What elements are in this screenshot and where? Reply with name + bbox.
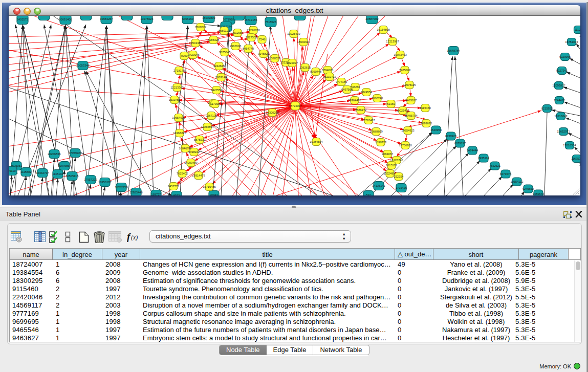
svg-text:1733426: 1733426 bbox=[396, 186, 407, 189]
svg-text:20587082: 20587082 bbox=[365, 17, 378, 20]
svg-text:8186328: 8186328 bbox=[208, 38, 219, 41]
svg-text:537: 537 bbox=[366, 193, 371, 195]
svg-text:7663822: 7663822 bbox=[195, 26, 206, 29]
svg-text:9227341: 9227341 bbox=[556, 69, 568, 72]
svg-text:1588520: 1588520 bbox=[269, 57, 280, 60]
svg-text:10975857: 10975857 bbox=[58, 164, 71, 167]
svg-text:19384554: 19384554 bbox=[310, 140, 322, 143]
svg-text:13276024: 13276024 bbox=[140, 17, 153, 20]
svg-text:9329966: 9329966 bbox=[559, 55, 571, 58]
svg-text:9115460: 9115460 bbox=[420, 106, 431, 110]
svg-text:8454749: 8454749 bbox=[243, 47, 254, 50]
svg-text:16210722: 16210722 bbox=[323, 75, 336, 78]
svg-text:9427552: 9427552 bbox=[211, 89, 222, 92]
svg-text:19654923: 19654923 bbox=[401, 129, 414, 132]
svg-text:1640954: 1640954 bbox=[430, 128, 442, 132]
svg-text:8471676: 8471676 bbox=[500, 172, 511, 176]
svg-text:7546: 7546 bbox=[259, 38, 266, 41]
svg-text:18300295: 18300295 bbox=[266, 111, 278, 114]
svg-text:10654112: 10654112 bbox=[511, 180, 524, 183]
svg-text:12975115: 12975115 bbox=[403, 83, 416, 86]
svg-text:3267130: 3267130 bbox=[206, 114, 217, 117]
svg-text:117008: 117008 bbox=[210, 102, 220, 105]
svg-text:12213363: 12213363 bbox=[170, 86, 183, 89]
svg-text:7485063: 7485063 bbox=[399, 69, 410, 72]
svg-text:9990448: 9990448 bbox=[310, 70, 321, 73]
svg-text:8972: 8972 bbox=[173, 194, 180, 195]
svg-text:18724007: 18724007 bbox=[289, 104, 301, 107]
svg-text:9146821: 9146821 bbox=[258, 52, 269, 55]
svg-text:20206536: 20206536 bbox=[48, 152, 60, 156]
svg-text:12213967: 12213967 bbox=[386, 40, 399, 43]
svg-text:16782759: 16782759 bbox=[115, 186, 127, 189]
svg-text:9450672: 9450672 bbox=[533, 192, 544, 195]
svg-text:1610755: 1610755 bbox=[169, 98, 180, 101]
svg-text:16033809: 16033809 bbox=[202, 16, 215, 19]
svg-text:1167533: 1167533 bbox=[571, 157, 580, 160]
svg-text:17016504: 17016504 bbox=[563, 144, 576, 147]
svg-text:16154808: 16154808 bbox=[377, 28, 389, 31]
svg-text:2803144: 2803144 bbox=[215, 76, 227, 79]
svg-text:14136141: 14136141 bbox=[372, 184, 385, 187]
svg-text:5878332: 5878332 bbox=[194, 138, 205, 141]
svg-text:39119: 39119 bbox=[9, 169, 16, 172]
svg-text:20691406: 20691406 bbox=[59, 18, 72, 21]
svg-text:9699695: 9699695 bbox=[421, 122, 432, 125]
svg-text:252254: 252254 bbox=[394, 175, 404, 178]
svg-text:9242845: 9242845 bbox=[213, 64, 225, 68]
svg-text:20364436: 20364436 bbox=[348, 99, 361, 102]
svg-text:6794028: 6794028 bbox=[322, 69, 333, 72]
svg-text:16914479: 16914479 bbox=[192, 174, 205, 177]
svg-text:10025433: 10025433 bbox=[396, 109, 409, 112]
svg-text:f: f bbox=[127, 231, 131, 242]
svg-text:1080748: 1080748 bbox=[372, 97, 383, 100]
svg-text:6466160: 6466160 bbox=[182, 17, 193, 20]
svg-text:15751074: 15751074 bbox=[565, 40, 578, 43]
svg-text:10543382: 10543382 bbox=[189, 41, 202, 45]
svg-text:7886372: 7886372 bbox=[355, 108, 366, 112]
svg-text:14099489: 14099489 bbox=[184, 161, 197, 164]
svg-text:12923446: 12923446 bbox=[129, 191, 142, 194]
svg-text:2718170: 2718170 bbox=[173, 69, 185, 72]
svg-text:20943: 20943 bbox=[210, 193, 218, 195]
svg-text:19756928: 19756928 bbox=[399, 144, 411, 147]
svg-text:3824554: 3824554 bbox=[361, 91, 372, 94]
svg-text:11353594: 11353594 bbox=[201, 125, 214, 128]
svg-text:7515526: 7515526 bbox=[265, 20, 276, 24]
svg-text:(x): (x) bbox=[131, 234, 138, 241]
svg-text:1115682: 1115682 bbox=[20, 170, 31, 173]
svg-text:13325419: 13325419 bbox=[287, 32, 300, 35]
svg-text:3912954: 3912954 bbox=[232, 31, 243, 34]
svg-text:11123: 11123 bbox=[575, 28, 580, 31]
svg-text:9390: 9390 bbox=[181, 54, 188, 57]
svg-text:12342737: 12342737 bbox=[36, 171, 49, 174]
svg-text:16210643: 16210643 bbox=[554, 115, 567, 118]
svg-text:16713155: 16713155 bbox=[244, 18, 257, 21]
svg-text:15495794: 15495794 bbox=[404, 114, 417, 117]
svg-text:7632621: 7632621 bbox=[489, 164, 500, 167]
svg-text:1890723: 1890723 bbox=[375, 141, 386, 144]
svg-text:9777169: 9777169 bbox=[336, 80, 347, 83]
svg-text:9474444: 9474444 bbox=[467, 149, 478, 152]
svg-text:1615132: 1615132 bbox=[386, 164, 397, 167]
svg-text:9463627: 9463627 bbox=[405, 99, 417, 102]
svg-text:12093822: 12093822 bbox=[552, 84, 565, 87]
svg-text:3084067: 3084067 bbox=[382, 152, 393, 156]
svg-text:19654933: 19654933 bbox=[172, 116, 185, 119]
svg-text:62160: 62160 bbox=[387, 102, 395, 105]
svg-text:20053346: 20053346 bbox=[76, 64, 89, 67]
svg-text:17359924: 17359924 bbox=[69, 151, 81, 155]
svg-text:3498222: 3498222 bbox=[188, 150, 200, 154]
svg-text:3875645: 3875645 bbox=[219, 51, 230, 54]
svg-text:2935114: 2935114 bbox=[478, 157, 489, 160]
svg-text:6497568: 6497568 bbox=[341, 88, 353, 91]
svg-text:6879197: 6879197 bbox=[454, 142, 466, 145]
svg-text:8660123: 8660123 bbox=[219, 29, 230, 32]
svg-text:18640910: 18640910 bbox=[297, 40, 310, 43]
svg-text:3822037: 3822037 bbox=[287, 61, 298, 64]
svg-text:9457771: 9457771 bbox=[168, 185, 179, 188]
svg-text:15692971: 15692971 bbox=[557, 130, 570, 133]
svg-text:17957223: 17957223 bbox=[84, 178, 97, 181]
svg-text:15716485: 15716485 bbox=[203, 185, 215, 188]
svg-text:2405572: 2405572 bbox=[17, 18, 28, 21]
